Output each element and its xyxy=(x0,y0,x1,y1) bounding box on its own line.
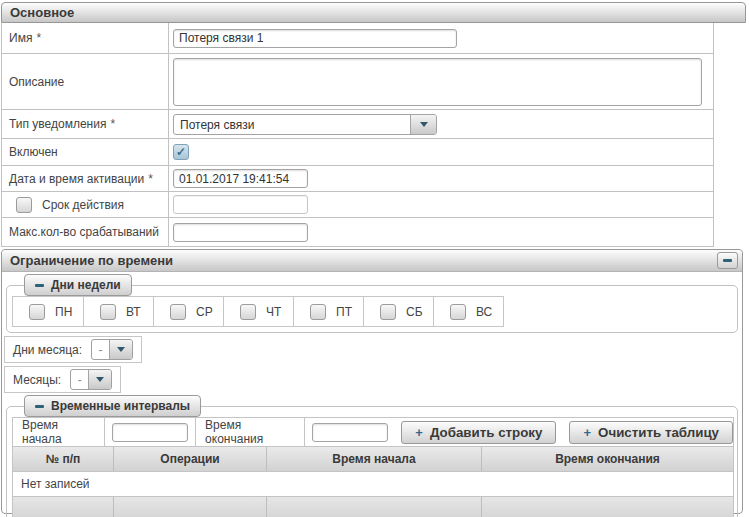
weekday-cell-wed: СР xyxy=(153,297,223,326)
activation-datetime-input[interactable] xyxy=(173,169,308,188)
footer-cell xyxy=(114,497,267,517)
notification-type-label: Тип уведомления * xyxy=(2,110,169,138)
weekday-cell-fri: ПТ xyxy=(293,297,363,326)
end-time-input[interactable] xyxy=(312,423,388,442)
month-days-dropdown-button[interactable] xyxy=(109,340,132,359)
weekday-cell-sat: СБ xyxy=(363,297,433,326)
time-intervals-legend: Временные интервалы xyxy=(51,399,190,413)
months-select[interactable]: - xyxy=(70,369,112,390)
footer-cell xyxy=(267,497,482,517)
interval-entry-row: Время начала Время окончания + Добавить … xyxy=(13,418,733,447)
max-triggers-row: Макс.кол-во срабатываний xyxy=(2,217,713,246)
weekday-checkbox-mon[interactable] xyxy=(29,304,45,320)
intervals-table-empty-row: Нет записей xyxy=(13,472,733,497)
weekday-cell-thu: ЧТ xyxy=(223,297,293,326)
end-time-label: Время окончания xyxy=(195,418,305,446)
month-days-value: - xyxy=(92,340,109,359)
weekday-checkbox-wed[interactable] xyxy=(170,304,186,320)
footer-cell xyxy=(13,497,114,517)
months-label: Месяцы: xyxy=(13,373,61,387)
chevron-down-icon xyxy=(117,347,125,352)
time-intervals-grid: Время начала Время окончания + Добавить … xyxy=(12,417,734,517)
required-marker: * xyxy=(36,31,41,45)
weekday-checkbox-sun[interactable] xyxy=(450,304,466,320)
name-input[interactable] xyxy=(173,29,457,48)
weekday-checkbox-tue[interactable] xyxy=(100,304,116,320)
month-days-label: Дни месяца: xyxy=(13,343,82,357)
max-triggers-label: Макс.кол-во срабатываний xyxy=(2,218,169,246)
main-panel-title: Основное xyxy=(10,5,74,20)
minus-icon xyxy=(35,284,44,287)
required-marker: * xyxy=(110,117,115,131)
weekday-checkbox-fri[interactable] xyxy=(310,304,326,320)
validity-period-checkbox[interactable] xyxy=(16,197,32,213)
enabled-row: Включен ✓ xyxy=(2,138,713,165)
start-time-input[interactable] xyxy=(112,423,188,442)
description-label: Описание xyxy=(2,54,169,109)
weekdays-collapse-button[interactable]: Дни недели xyxy=(24,274,132,296)
description-textarea[interactable] xyxy=(173,58,702,106)
validity-period-label-cell: Срок действия xyxy=(2,192,169,217)
clear-table-button[interactable]: + Очистить таблицу xyxy=(569,421,733,444)
weekdays-row: ПН ВТ СР ЧТ ПТ СБ xyxy=(12,296,504,327)
column-header-start-time: Время начала xyxy=(267,447,482,471)
description-row: Описание xyxy=(2,53,713,109)
chevron-down-icon xyxy=(96,377,104,382)
notification-type-dropdown-button[interactable] xyxy=(410,115,436,134)
footer-cell xyxy=(482,497,733,517)
plus-icon: + xyxy=(583,425,591,440)
minus-icon xyxy=(35,405,44,408)
column-header-number: № п/п xyxy=(13,447,114,471)
weekday-cell-sun: ВС xyxy=(433,297,503,326)
weekday-cell-tue: ВТ xyxy=(83,297,153,326)
validity-period-row: Срок действия xyxy=(2,191,713,217)
weekday-checkbox-thu[interactable] xyxy=(240,304,256,320)
weekdays-fieldset: Дни недели ПН ВТ СР ЧТ ПТ xyxy=(6,274,738,333)
month-days-box: Дни месяца: - xyxy=(4,336,142,363)
name-label: Имя * xyxy=(2,23,169,53)
notification-type-select[interactable]: Потеря связи xyxy=(173,114,437,135)
plus-icon: + xyxy=(415,425,423,440)
months-box: Месяцы: - xyxy=(4,366,121,393)
enabled-checkbox[interactable]: ✓ xyxy=(173,144,189,160)
time-limit-panel-header: Ограничение по времени xyxy=(2,250,742,272)
add-row-button[interactable]: + Добавить строку xyxy=(401,421,556,444)
validity-period-label: Срок действия xyxy=(42,198,124,212)
notification-type-value: Потеря связи xyxy=(174,115,410,134)
months-dropdown-button[interactable] xyxy=(88,370,111,389)
intervals-table-header: № п/п Операции Время начала Время оконча… xyxy=(13,447,733,472)
month-days-select[interactable]: - xyxy=(91,339,133,360)
months-value: - xyxy=(71,370,88,389)
main-panel-header: Основное xyxy=(1,2,746,23)
max-triggers-input[interactable] xyxy=(173,223,308,242)
enabled-label: Включен xyxy=(2,139,169,165)
no-records-text: Нет записей xyxy=(21,477,90,491)
name-row: Имя * xyxy=(2,23,713,53)
time-limit-panel: Ограничение по времени Дни недели ПН ВТ … xyxy=(1,249,743,514)
activation-datetime-label: Дата и время активации * xyxy=(2,166,169,191)
start-time-label: Время начала xyxy=(13,418,105,446)
column-header-end-time: Время окончания xyxy=(482,447,733,471)
main-settings-panel: Основное Имя * Описание Тип уведомления … xyxy=(1,2,746,247)
notification-type-row: Тип уведомления * Потеря связи xyxy=(2,109,713,138)
time-limit-panel-title: Ограничение по времени xyxy=(10,253,173,268)
time-intervals-collapse-button[interactable]: Временные интервалы xyxy=(24,395,201,417)
time-intervals-fieldset: Временные интервалы Время начала Время о… xyxy=(6,395,738,517)
required-marker: * xyxy=(148,172,153,186)
column-header-operations: Операции xyxy=(114,447,267,471)
main-form-table: Имя * Описание Тип уведомления * Потеря xyxy=(1,23,714,247)
weekdays-legend: Дни недели xyxy=(51,278,121,292)
intervals-table-footer xyxy=(13,497,733,517)
weekday-checkbox-sat[interactable] xyxy=(380,304,396,320)
validity-period-input[interactable] xyxy=(173,195,308,214)
activation-datetime-row: Дата и время активации * xyxy=(2,165,713,191)
chevron-down-icon xyxy=(420,122,428,127)
weekday-cell-mon: ПН xyxy=(13,297,83,326)
minus-icon xyxy=(723,259,732,262)
collapse-panel-button[interactable] xyxy=(717,252,738,269)
